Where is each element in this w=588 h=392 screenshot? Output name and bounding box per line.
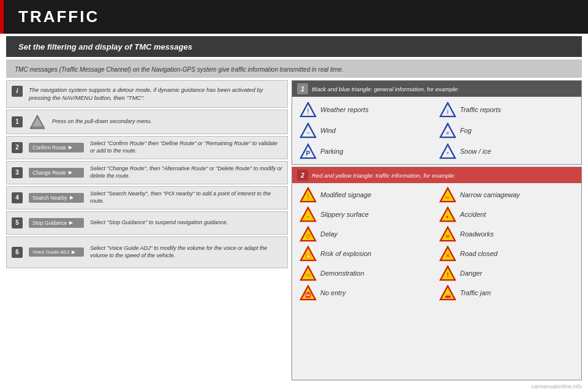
info-bar-text: TMC messages (Traffic Message Channel) o… xyxy=(15,66,344,73)
roadworks-icon: ⚒ xyxy=(439,226,456,242)
svg-text:⇔: ⇔ xyxy=(446,194,450,200)
svg-text:⏱: ⏱ xyxy=(306,233,311,239)
info-badge: i xyxy=(12,86,23,97)
voice-guide-button[interactable]: Voice Guide ADJ ▶ xyxy=(29,247,84,257)
change-route-button[interactable]: Change Route ▶ xyxy=(29,168,84,178)
step-2-row: 2 Confirm Route ▶ Select "Confirm Route"… xyxy=(6,136,288,159)
accident-label: Accident xyxy=(460,211,486,218)
traffic-reports-icon: i xyxy=(439,102,456,118)
danger-icon: ! xyxy=(439,265,456,281)
snow-ice-label: Snow / ice xyxy=(460,148,491,155)
modified-signage-icon: ! xyxy=(300,187,317,203)
list-item: ⚒ Roadworks xyxy=(437,225,576,243)
info-note: i The navigation system supports a detou… xyxy=(6,80,288,108)
main-content: i The navigation system supports a detou… xyxy=(6,80,582,380)
svg-text:≡: ≡ xyxy=(447,130,450,136)
svg-text:!: ! xyxy=(447,271,449,279)
list-item: * Snow / ice xyxy=(437,142,576,160)
traffic-reports-label: Traffic reports xyxy=(460,106,501,113)
risk-explosion-icon: 💥 xyxy=(300,246,317,262)
list-item: P Parking xyxy=(297,142,437,160)
page-title: TRAFFIC xyxy=(18,7,99,26)
no-entry-label: No entry xyxy=(320,289,346,296)
wind-label: Wind xyxy=(320,127,336,134)
step-1-badge: 1 xyxy=(12,116,23,127)
list-item: 🚗 Traffic jam xyxy=(437,284,576,302)
step-4-row: 4 Search Nearby ▶ Select "Search Nearby"… xyxy=(6,186,288,209)
svg-text:i: i xyxy=(447,108,448,115)
danger-label: Danger xyxy=(460,270,482,277)
step-5-row: 5 Stop Guidance ▶ Select "Stop Guidance"… xyxy=(6,211,288,235)
wind-icon: ~ xyxy=(300,123,317,138)
svg-text:!: ! xyxy=(307,194,309,200)
svg-text:✕: ✕ xyxy=(445,252,450,259)
confirm-route-button[interactable]: Confirm Route ▶ xyxy=(29,143,84,153)
list-item: ⇔ Narrow carriageway xyxy=(437,186,576,204)
section-1-header: 1 Black and blue triangle: general infor… xyxy=(292,81,581,97)
section-2-grid: ! Modified signage ⇔ Narrow carriageway xyxy=(292,183,581,304)
step-6-row: 6 Voice Guide ADJ ▶ Select "Voice Guide … xyxy=(6,236,288,268)
svg-text:*: * xyxy=(447,151,449,157)
step-2-badge: 2 xyxy=(12,142,23,153)
svg-text:⚒: ⚒ xyxy=(446,233,450,239)
fog-icon: ≡ xyxy=(439,123,456,138)
demonstration-icon: ✊ xyxy=(300,265,317,281)
slippery-surface-label: Slippery surface xyxy=(320,211,369,218)
step-4-badge: 4 xyxy=(12,192,23,203)
step-1-text: Press on the pull-down secondary menu. xyxy=(52,118,152,126)
step-5-text: Select "Stop Guidance" to suspend naviga… xyxy=(90,219,228,227)
delay-icon: ⏱ xyxy=(300,226,317,242)
list-item: ~ Slippery surface xyxy=(297,205,437,224)
svg-text:✊: ✊ xyxy=(305,273,312,279)
section-1-num: 1 xyxy=(297,83,308,94)
step-3-row: 3 Change Route ▶ Select "Change Route", … xyxy=(6,161,288,184)
weather-reports-icon: ! xyxy=(300,102,317,118)
slippery-surface-icon: ~ xyxy=(300,206,317,222)
list-item: ✊ Demonstration xyxy=(297,264,437,282)
weather-reports-label: Weather reports xyxy=(320,106,369,113)
stop-guidance-button[interactable]: Stop Guidance ▶ xyxy=(29,218,84,228)
road-closed-label: Road closed xyxy=(460,250,497,257)
svg-text:P: P xyxy=(306,150,311,157)
section-1-grid: ! Weather reports i Traffic reports xyxy=(292,97,581,164)
svg-text:!: ! xyxy=(307,107,309,116)
narrow-carriageway-icon: ⇔ xyxy=(439,187,456,203)
list-item: ⏱ Delay xyxy=(297,225,437,243)
info-bar: TMC messages (Traffic Message Channel) o… xyxy=(6,59,582,78)
left-panel: i The navigation system supports a detou… xyxy=(6,80,288,380)
traffic-jam-label: Traffic jam xyxy=(460,289,491,296)
subtitle-text: Set the filtering and display of TMC mes… xyxy=(18,42,192,51)
page-header: TRAFFIC xyxy=(0,0,588,34)
demonstration-label: Demonstration xyxy=(320,270,364,277)
step-2-text: Select "Confirm Route" then "Define Rout… xyxy=(90,140,282,154)
section-1-title: Black and blue triangle: general informa… xyxy=(312,86,459,92)
list-item: ✦ Accident xyxy=(437,205,576,224)
step-4-text: Select "Search Nearby", then "POI nearby… xyxy=(90,190,282,205)
list-item: ✕ Road closed xyxy=(437,244,576,263)
step-3-badge: 3 xyxy=(12,167,23,178)
modified-signage-label: Modified signage xyxy=(320,191,371,198)
right-panel: 1 Black and blue triangle: general infor… xyxy=(292,80,582,380)
search-nearby-button[interactable]: Search Nearby ▶ xyxy=(29,193,84,203)
traffic-jam-icon: 🚗 xyxy=(439,285,456,301)
list-item: ! Modified signage xyxy=(297,186,437,204)
list-item: ~ Wind xyxy=(297,121,437,140)
step-6-badge: 6 xyxy=(12,247,23,258)
fog-label: Fog xyxy=(460,127,472,134)
svg-text:🚗: 🚗 xyxy=(445,292,451,299)
svg-text:~: ~ xyxy=(306,130,309,136)
subtitle-bar: Set the filtering and display of TMC mes… xyxy=(6,36,582,57)
step-1-row: 1 Press on the pull-down secondary menu. xyxy=(6,110,288,134)
section-2-num: 2 xyxy=(297,170,308,181)
section-2-block: 2 Red and yellow triangle: traffic infor… xyxy=(292,167,582,380)
road-closed-icon: ✕ xyxy=(439,246,456,262)
info-note-text: The navigation system supports a detour … xyxy=(29,86,263,101)
footer-logo: carmanualonline.info xyxy=(531,383,582,390)
step-6-text: Select "Voice Guide ADJ" to modify the v… xyxy=(90,245,282,259)
narrow-carriageway-label: Narrow carriageway xyxy=(460,191,520,198)
list-item: ! Danger xyxy=(437,264,576,282)
parking-icon: P xyxy=(300,143,317,159)
roadworks-label: Roadworks xyxy=(460,230,494,238)
svg-text:✦: ✦ xyxy=(446,214,450,220)
section-2-header: 2 Red and yellow triangle: traffic infor… xyxy=(292,167,581,183)
